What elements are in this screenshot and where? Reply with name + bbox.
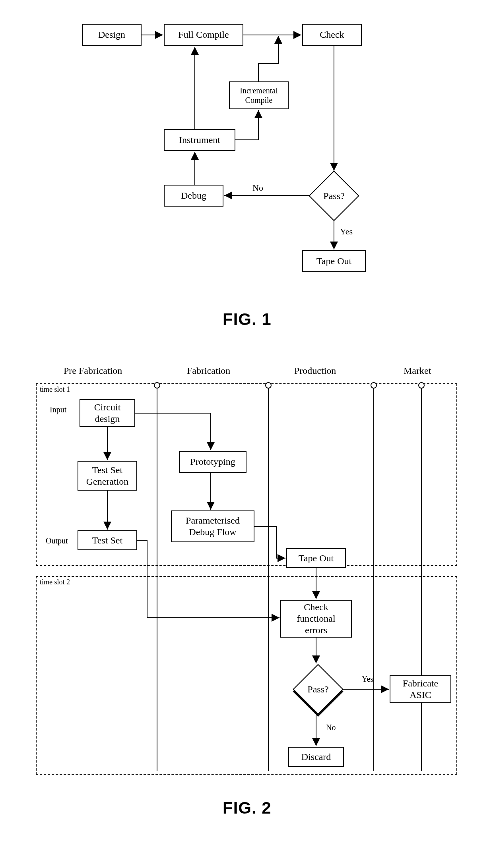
- text-testset: Test Set: [92, 535, 122, 546]
- text-prototyping: Prototyping: [190, 456, 235, 468]
- box-prototyping: Prototyping: [179, 451, 246, 473]
- text-circuit-design: Circuit design: [94, 402, 121, 425]
- text-check: Check: [320, 29, 344, 41]
- box-testset: Test Set: [78, 530, 137, 550]
- box-check-errors: Check functional errors: [280, 600, 352, 638]
- edge-label-yes-2: Yes: [362, 675, 373, 684]
- arrows-fig1: [0, 0, 493, 358]
- text-param-debug: Parameterised Debug Flow: [186, 515, 240, 538]
- text-instrument: Instrument: [179, 134, 220, 146]
- box-tape-out-2: Tape Out: [286, 548, 346, 568]
- text-tape-out-2: Tape Out: [299, 553, 334, 564]
- decision-pass-1: [309, 170, 359, 221]
- lane-fabrication: Fabrication: [187, 365, 230, 376]
- text-fabricate-asic: Fabricate ASIC: [403, 678, 438, 701]
- box-incremental-compile: Incremental Compile: [229, 81, 289, 109]
- box-debug: Debug: [164, 185, 223, 207]
- box-param-debug: Parameterised Debug Flow: [171, 510, 254, 542]
- box-testset-gen: Test Set Generation: [78, 461, 137, 491]
- lane-production: Production: [294, 365, 336, 376]
- frame-label-slot1: time slot 1: [40, 385, 70, 394]
- page: Design Full Compile Check Incremental Co…: [0, 0, 493, 868]
- box-circuit-design: Circuit design: [80, 399, 135, 427]
- text-debug: Debug: [181, 190, 206, 201]
- frame-label-slot2: time slot 2: [40, 578, 70, 586]
- io-input: Input: [50, 405, 66, 414]
- text-incremental-compile: Incremental Compile: [240, 86, 278, 105]
- lane-market: Market: [404, 365, 431, 376]
- edge-label-no-1: No: [252, 183, 263, 193]
- box-check: Check: [302, 24, 362, 46]
- box-discard: Discard: [288, 747, 344, 767]
- box-design: Design: [82, 24, 142, 46]
- text-discard: Discard: [301, 751, 331, 763]
- text-testset-gen: Test Set Generation: [86, 464, 129, 487]
- box-instrument: Instrument: [164, 129, 235, 151]
- box-full-compile: Full Compile: [164, 24, 243, 46]
- text-design: Design: [98, 29, 125, 41]
- text-check-errors: Check functional errors: [297, 601, 335, 636]
- text-full-compile: Full Compile: [178, 29, 229, 41]
- box-tape-out-1: Tape Out: [302, 250, 366, 272]
- io-output: Output: [46, 536, 68, 545]
- text-tape-out-1: Tape Out: [316, 255, 351, 267]
- caption-fig1: FIG. 1: [223, 310, 272, 329]
- edge-label-no-2: No: [326, 723, 336, 732]
- edge-label-yes-1: Yes: [340, 226, 353, 237]
- box-fabricate-asic: Fabricate ASIC: [390, 675, 451, 703]
- lane-pre-fabrication: Pre Fabrication: [64, 365, 122, 376]
- caption-fig2: FIG. 2: [223, 798, 272, 818]
